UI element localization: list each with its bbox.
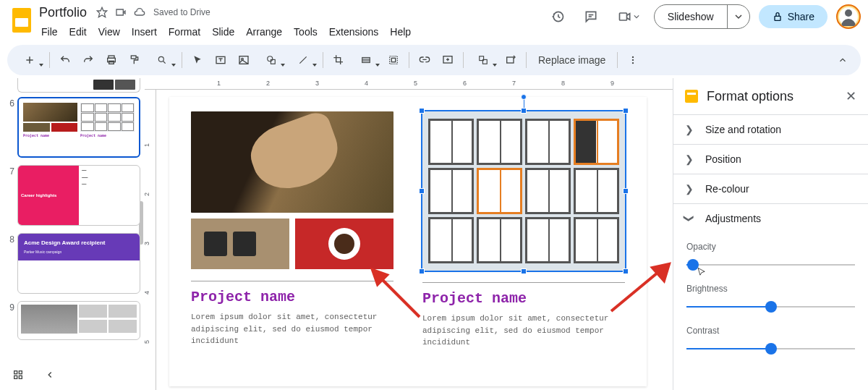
- project-desc-right[interactable]: Lorem ipsum dolor sit amet, consectetur …: [422, 313, 625, 349]
- new-slide-button[interactable]: [14, 49, 45, 71]
- border-color-button[interactable]: [383, 49, 404, 71]
- menu-arrange[interactable]: Arrange: [241, 23, 287, 41]
- account-avatar[interactable]: [836, 4, 861, 29]
- menu-tools[interactable]: Tools: [289, 23, 323, 41]
- svg-rect-22: [362, 58, 370, 63]
- section-size-rotation[interactable]: ❯ Size and rotation: [673, 114, 868, 144]
- cursor-icon: [697, 266, 707, 278]
- menu-file[interactable]: File: [36, 23, 63, 41]
- format-options-panel: Format options ✕ ❯ Size and rotation ❯ P…: [673, 78, 868, 390]
- move-icon[interactable]: [114, 6, 127, 19]
- app-logo[interactable]: [7, 6, 36, 35]
- image-tool[interactable]: [233, 49, 255, 71]
- mask-button[interactable]: [351, 49, 381, 71]
- contrast-slider-thumb[interactable]: [765, 343, 777, 355]
- meet-icon[interactable]: [612, 4, 645, 29]
- section-position[interactable]: ❯ Position: [673, 144, 868, 174]
- add-comment-button[interactable]: [437, 49, 459, 71]
- slide-thumb-6[interactable]: 6 Project name Project name: [4, 97, 140, 158]
- slide-thumb-5-partial[interactable]: [4, 78, 140, 93]
- slide-num: 9: [4, 301, 17, 340]
- line-tool[interactable]: [288, 49, 318, 71]
- svg-line-40: [380, 277, 420, 317]
- svg-rect-38: [14, 376, 17, 378]
- link-button[interactable]: [414, 49, 435, 71]
- slide-num: 6: [4, 97, 17, 158]
- menu-view[interactable]: View: [93, 23, 125, 41]
- left-column: Project name Lorem ipsum dolor sit amet,…: [191, 111, 393, 372]
- menu-extensions[interactable]: Extensions: [324, 23, 383, 41]
- project-name-right[interactable]: Project name: [422, 290, 625, 307]
- menu-edit[interactable]: Edit: [64, 23, 92, 41]
- shape-tool[interactable]: [256, 49, 286, 71]
- paint-format-button[interactable]: [124, 49, 145, 71]
- zoom-button[interactable]: [147, 49, 177, 71]
- crop-button[interactable]: [328, 49, 349, 71]
- slide-num: 7: [4, 165, 17, 226]
- menu-help[interactable]: Help: [385, 23, 416, 41]
- slide-thumb-7[interactable]: 7 Career highlights━━━━━━━━━━: [4, 165, 140, 226]
- cloud-icon[interactable]: [133, 6, 146, 19]
- slide-thumb-9[interactable]: 9: [4, 301, 140, 340]
- replace-image-button[interactable]: Replace image: [531, 50, 613, 70]
- prev-slide-button[interactable]: [39, 364, 61, 386]
- redo-button[interactable]: [77, 49, 99, 71]
- slideshow-button-group: Slideshow: [654, 4, 750, 29]
- arrange-position-button[interactable]: [468, 49, 498, 71]
- more-button[interactable]: [622, 49, 644, 71]
- divider: [422, 282, 625, 283]
- project-desc-left[interactable]: Lorem ipsum dolor sit amet, consectetur …: [191, 311, 393, 347]
- project-name-left[interactable]: Project name: [191, 289, 393, 305]
- svg-rect-20: [271, 59, 275, 64]
- svg-rect-4: [619, 13, 626, 20]
- reset-image-button[interactable]: [500, 49, 522, 71]
- rotation-line: [524, 98, 524, 110]
- share-button[interactable]: Share: [759, 5, 827, 28]
- rotation-handle[interactable]: [521, 94, 527, 100]
- brightness-slider-thumb[interactable]: [765, 301, 777, 313]
- grid-view-button[interactable]: [7, 364, 29, 386]
- print-button[interactable]: [101, 49, 122, 71]
- image-coffee[interactable]: [295, 219, 393, 269]
- undo-button[interactable]: [54, 49, 76, 71]
- svg-rect-36: [14, 371, 17, 374]
- save-status: Saved to Drive: [153, 7, 210, 17]
- slideshow-button[interactable]: Slideshow: [655, 5, 728, 28]
- svg-point-19: [268, 56, 273, 62]
- star-icon[interactable]: [95, 6, 109, 19]
- history-icon[interactable]: [545, 4, 570, 29]
- collapse-toolbar-button[interactable]: [832, 49, 854, 71]
- svg-line-13: [163, 62, 166, 64]
- slide[interactable]: Project name Lorem ipsum dolor sit amet,…: [169, 97, 647, 386]
- contrast-slider[interactable]: [686, 343, 855, 355]
- contrast-label: Contrast: [686, 326, 855, 336]
- menu-slide[interactable]: Slide: [207, 23, 239, 41]
- opacity-label: Opacity: [686, 242, 855, 252]
- menu-insert[interactable]: Insert: [127, 23, 162, 41]
- image-cameras[interactable]: [191, 219, 289, 269]
- section-label: Re-colour: [705, 183, 749, 195]
- canvas[interactable]: 1 2 3 4 5 6 7 8 9 1 2 3 4 5: [145, 78, 673, 390]
- svg-rect-25: [390, 56, 398, 64]
- brightness-slider[interactable]: [686, 301, 855, 313]
- opacity-slider[interactable]: [686, 259, 855, 271]
- svg-rect-39: [19, 376, 22, 378]
- doc-title[interactable]: Portfolio: [36, 5, 90, 20]
- svg-rect-10: [109, 61, 114, 64]
- menubar: File Edit View Insert Format Slide Arran…: [36, 23, 416, 41]
- image-hand-desk[interactable]: [191, 111, 393, 213]
- slide-thumb-8[interactable]: 8 Acme Design Award recipientParker Musi…: [4, 233, 140, 294]
- slideshow-dropdown[interactable]: [728, 5, 749, 28]
- close-icon[interactable]: ✕: [846, 88, 856, 104]
- image-building-selected[interactable]: [422, 111, 625, 271]
- section-recolour[interactable]: ❯ Re-colour: [673, 174, 868, 203]
- chevron-down-icon: ❯: [684, 214, 695, 223]
- section-adjustments[interactable]: ❯ Adjustments: [673, 203, 868, 233]
- chevron-right-icon: ❯: [685, 124, 694, 135]
- textbox-tool[interactable]: [210, 49, 231, 71]
- svg-point-34: [632, 59, 634, 61]
- select-tool[interactable]: [187, 49, 208, 71]
- menu-format[interactable]: Format: [163, 23, 205, 41]
- right-column: Project name Lorem ipsum dolor sit amet,…: [422, 111, 625, 372]
- comment-icon[interactable]: [579, 4, 603, 29]
